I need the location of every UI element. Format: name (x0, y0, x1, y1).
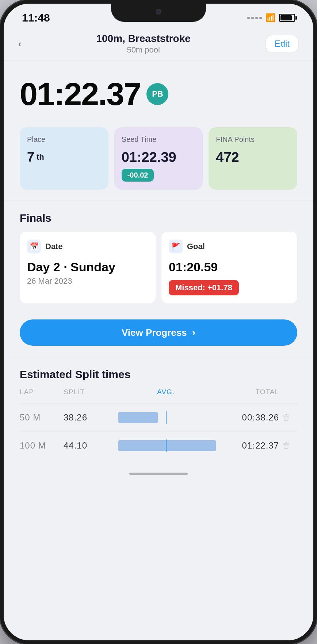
split-total-1: 00:38.26 (232, 412, 279, 423)
progress-btn-label: View Progress (122, 327, 187, 338)
date-day: Day 2 · Sunday (27, 260, 148, 274)
place-label: Place (27, 135, 101, 144)
date-card-label: Date (45, 242, 63, 251)
split-value-1: 38.26 (64, 412, 100, 423)
splits-title: Estimated Split times (20, 368, 297, 381)
camera (156, 9, 161, 15)
delete-col-1: 🗑 (279, 410, 297, 425)
col-total-header: TOTAL (232, 388, 279, 396)
status-icons: 📶 (247, 13, 295, 23)
col-lap-header: LAP (20, 388, 64, 396)
progress-btn-wrap: View Progress › (4, 311, 313, 357)
split-row-1: 50 m 38.26 00:38.26 🗑 (20, 403, 297, 431)
phone-frame: 11:48 📶 ‹ 100m, Breaststroke 50m pool Ed… (0, 0, 317, 644)
splits-table: LAP SPLIT AVG. TOTAL 50 m 38.26 (20, 388, 297, 459)
main-time: 01:22.37 (20, 75, 141, 113)
finals-section: Finals 📅 Date Day 2 · Sunday 26 Mar 2023… (4, 201, 313, 311)
home-bar (129, 473, 188, 475)
place-value: 7th (27, 150, 101, 165)
flag-icon: 🚩 (169, 240, 183, 253)
split-total-2: 01:22.37 (232, 441, 279, 451)
battery-icon (279, 14, 295, 22)
date-value: 26 Mar 2023 (27, 276, 148, 286)
status-time: 11:48 (22, 12, 50, 24)
splits-header: LAP SPLIT AVG. TOTAL (20, 388, 297, 400)
fina-value: 472 (216, 150, 290, 165)
goal-card-header: 🚩 Goal (169, 240, 290, 253)
view-progress-button[interactable]: View Progress › (20, 319, 297, 346)
missed-badge: Missed: +01.78 (169, 280, 239, 295)
volume-up-button[interactable] (0, 106, 1, 131)
wifi-icon: 📶 (266, 13, 275, 23)
splits-section: Estimated Split times LAP SPLIT AVG. TOT… (4, 357, 313, 467)
goal-card: 🚩 Goal 01:20.59 Missed: +01.78 (161, 232, 297, 303)
back-icon: ‹ (18, 38, 22, 50)
seed-diff-badge: -00.02 (122, 169, 154, 182)
back-button[interactable]: ‹ (18, 38, 22, 50)
nav-header: ‹ 100m, Breaststroke 50m pool Edit (4, 29, 313, 61)
power-button[interactable] (316, 142, 317, 208)
signal-icon (247, 17, 262, 19)
seed-time-label: Seed Time (122, 135, 196, 144)
delete-col-2: 🗑 (279, 438, 297, 453)
seed-time-card: Seed Time 01:22.39 -00.02 (114, 127, 203, 190)
nav-title-block: 100m, Breaststroke 50m pool (22, 33, 266, 55)
seed-time-value: 01:22.39 (122, 150, 196, 165)
home-indicator (4, 467, 313, 481)
delete-button-2[interactable]: 🗑 (279, 438, 294, 453)
time-display: 01:22.37 PB (20, 75, 297, 113)
bar-container-1 (100, 411, 232, 424)
time-section: 01:22.37 PB (4, 61, 313, 124)
silent-switch[interactable] (0, 186, 1, 222)
avg-line-2 (166, 439, 167, 452)
fina-card: FINA Points 472 (209, 127, 297, 190)
split-row-2: 100 m 44.10 01:22.37 🗑 (20, 431, 297, 459)
progress-arrow-icon: › (192, 327, 195, 338)
notch (111, 4, 206, 22)
bar-fill-1 (118, 412, 158, 423)
finals-title: Finals (20, 212, 297, 224)
bar-container-2 (100, 439, 232, 452)
place-card: Place 7th (20, 127, 108, 190)
split-bar-col-2 (100, 439, 232, 452)
finals-cards: 📅 Date Day 2 · Sunday 26 Mar 2023 🚩 Goal… (20, 232, 297, 303)
nav-title: 100m, Breaststroke (22, 33, 266, 44)
split-lap-1: 50 m (20, 412, 64, 423)
date-card-header: 📅 Date (27, 240, 148, 253)
delete-button-1[interactable]: 🗑 (279, 410, 294, 425)
bar-fill-2 (118, 440, 215, 451)
goal-card-label: Goal (187, 242, 205, 251)
main-content: 01:22.37 PB Place 7th Seed Time 01:22.39… (4, 61, 313, 481)
edit-button[interactable]: Edit (266, 35, 299, 53)
pb-badge: PB (146, 83, 168, 105)
fina-label: FINA Points (216, 135, 290, 144)
split-lap-2: 100 m (20, 441, 64, 451)
stats-row: Place 7th Seed Time 01:22.39 -00.02 FINA… (4, 124, 313, 201)
volume-down-button[interactable] (0, 142, 1, 179)
col-split-header: SPLIT (64, 388, 100, 396)
split-value-2: 44.10 (64, 441, 100, 451)
split-bar-col-1 (100, 411, 232, 424)
date-card: 📅 Date Day 2 · Sunday 26 Mar 2023 (20, 232, 156, 303)
goal-time: 01:20.59 (169, 260, 290, 274)
col-avg-header: AVG. (100, 388, 232, 396)
nav-subtitle: 50m pool (22, 45, 266, 55)
calendar-icon: 📅 (27, 240, 41, 253)
avg-line-1 (166, 411, 167, 424)
